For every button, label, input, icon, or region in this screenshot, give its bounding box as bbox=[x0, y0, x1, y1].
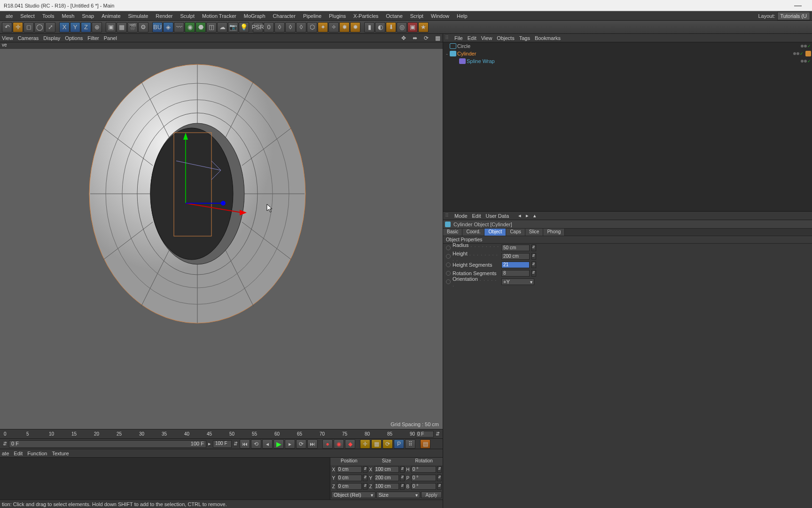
add-nurbs-button[interactable]: ◉ bbox=[185, 22, 195, 32]
rot-h-field[interactable]: 0 ° bbox=[411, 466, 436, 473]
collapse-icon[interactable]: - bbox=[444, 51, 450, 56]
vp-maximize-icon[interactable]: ▦ bbox=[434, 35, 441, 41]
spinner-icon[interactable]: ⇵ bbox=[437, 483, 442, 490]
anim-dot-icon[interactable] bbox=[446, 279, 451, 284]
menu-sculpt[interactable]: Sculpt bbox=[176, 13, 198, 19]
axis-x-button[interactable]: X bbox=[59, 22, 70, 32]
spinner-icon[interactable]: ⇵ bbox=[400, 475, 405, 481]
apply-button[interactable]: Apply bbox=[421, 492, 442, 498]
timeline-window-button[interactable]: ▤ bbox=[420, 439, 430, 449]
menu-mesh[interactable]: Mesh bbox=[58, 13, 78, 19]
move-tool-button[interactable]: ◻ bbox=[23, 22, 34, 32]
tool-i-button[interactable]: ▮ bbox=[364, 22, 375, 32]
vp-menu-display[interactable]: Display bbox=[43, 35, 60, 41]
mat-menu-texture[interactable]: Texture bbox=[52, 451, 69, 456]
menu-create[interactable]: ate bbox=[2, 13, 16, 19]
live-select-button[interactable]: ✛ bbox=[13, 22, 23, 32]
tool-l-button[interactable]: ◎ bbox=[397, 22, 407, 32]
axis-z-button[interactable]: Z bbox=[81, 22, 91, 32]
pos-z-field[interactable]: 0 cm bbox=[337, 483, 362, 490]
spinner-icon[interactable]: ▸ bbox=[207, 440, 212, 448]
spinner-icon[interactable]: ⇵ bbox=[531, 253, 536, 260]
menu-xparticles[interactable]: X-Particles bbox=[350, 13, 382, 19]
render-view-button[interactable]: ▣ bbox=[106, 22, 116, 32]
vp-orbit-icon[interactable]: ⟳ bbox=[423, 35, 429, 41]
om-menu-edit[interactable]: Edit bbox=[468, 35, 476, 41]
menu-window[interactable]: Window bbox=[427, 13, 453, 19]
vp-menu-options[interactable]: Options bbox=[65, 35, 83, 41]
tool-c-button[interactable]: ◊ bbox=[296, 22, 306, 32]
timeline-end-field[interactable]: 0 F bbox=[416, 431, 434, 437]
snap-zero-button[interactable]: 0 bbox=[264, 22, 274, 32]
om-menu-view[interactable]: View bbox=[481, 35, 492, 41]
prev-frame-button[interactable]: ◂ bbox=[262, 439, 273, 449]
tab-caps[interactable]: Caps bbox=[506, 229, 525, 236]
tree-item-label[interactable]: Spline Wrap bbox=[467, 58, 495, 64]
timeline-ruler[interactable]: 0 5 10 15 20 25 30 35 40 45 50 55 60 65 … bbox=[0, 429, 443, 438]
spinner-icon[interactable]: ⇵ bbox=[437, 475, 442, 481]
key-pos-button[interactable]: ✛ bbox=[360, 439, 370, 449]
tab-basic[interactable]: Basic bbox=[443, 229, 462, 236]
menu-octane[interactable]: Octane bbox=[382, 13, 406, 19]
add-environment-button[interactable]: ☁ bbox=[217, 22, 227, 32]
spinner-icon[interactable]: ⇵ bbox=[531, 262, 536, 268]
tree-row-circle[interactable]: Circle ✓ bbox=[443, 42, 812, 50]
add-generator-button[interactable]: ⬣ bbox=[195, 22, 206, 32]
om-menu-bookmarks[interactable]: Bookmarks bbox=[535, 35, 561, 41]
timeline-end-field2[interactable]: 100 F bbox=[213, 440, 232, 448]
am-menu-mode[interactable]: Mode bbox=[454, 213, 468, 219]
tool-b-button[interactable]: ◊ bbox=[285, 22, 296, 32]
spinner-icon[interactable]: ⇵ bbox=[531, 270, 536, 277]
undo-button[interactable]: ↶ bbox=[2, 22, 12, 32]
key-pla-button[interactable]: ⠿ bbox=[405, 439, 415, 449]
rot-b-field[interactable]: 0 ° bbox=[411, 483, 436, 490]
height-segments-field[interactable]: 21 bbox=[501, 262, 530, 268]
add-camera-button[interactable]: 📷 bbox=[228, 22, 238, 32]
record-button[interactable]: ● bbox=[322, 439, 333, 449]
rot-p-field[interactable]: 0 ° bbox=[411, 475, 436, 481]
spinner-icon[interactable]: ⇵ bbox=[400, 466, 405, 473]
spinner-icon[interactable]: ⇵ bbox=[363, 475, 367, 481]
timeline-start-field[interactable]: 0 F100 F bbox=[9, 440, 206, 448]
spinner-icon[interactable]: ⇵ bbox=[437, 466, 442, 473]
size-mode-dropdown[interactable]: Size▾ bbox=[376, 492, 421, 498]
om-menu-tags[interactable]: Tags bbox=[519, 35, 530, 41]
nav-back-icon[interactable]: ◂ bbox=[518, 213, 521, 219]
material-area[interactable] bbox=[0, 458, 330, 500]
spinner-icon[interactable]: ⇵ bbox=[363, 483, 367, 490]
add-light-button[interactable]: 💡 bbox=[239, 22, 249, 32]
render-pv-button[interactable]: 🎬 bbox=[127, 22, 138, 32]
tool-m-button[interactable]: ▣ bbox=[407, 22, 418, 32]
vp-zoom-icon[interactable]: ⬌ bbox=[412, 35, 418, 41]
menu-help[interactable]: Help bbox=[453, 13, 471, 19]
keyframe-button[interactable]: ◆ bbox=[345, 439, 355, 449]
tool-n-button[interactable]: ★ bbox=[418, 22, 429, 32]
tab-slice[interactable]: Slice bbox=[525, 229, 544, 236]
key-rot-button[interactable]: ⟳ bbox=[383, 439, 393, 449]
om-menu-file[interactable]: File bbox=[454, 35, 463, 41]
tool-j-button[interactable]: ◐ bbox=[375, 22, 385, 32]
add-cube-button[interactable]: ◈ bbox=[163, 22, 173, 32]
prev-key-button[interactable]: ⟲ bbox=[251, 439, 261, 449]
menu-tools[interactable]: Tools bbox=[39, 13, 58, 19]
next-frame-button[interactable]: ▸ bbox=[285, 439, 295, 449]
visibility-toggle[interactable]: ✓ bbox=[801, 59, 811, 64]
mat-menu-function[interactable]: Function bbox=[27, 451, 47, 456]
menu-character[interactable]: Character bbox=[269, 13, 299, 19]
tool-a-button[interactable]: ◊ bbox=[274, 22, 285, 32]
goto-start-button[interactable]: ⏮ bbox=[240, 439, 250, 449]
size-y-field[interactable]: 200 cm bbox=[374, 475, 399, 481]
menu-simulate[interactable]: Simulate bbox=[125, 13, 152, 19]
layout-dropdown[interactable]: Tutorials (U bbox=[777, 12, 810, 20]
spinner-icon[interactable]: ⇵ bbox=[233, 440, 239, 448]
mat-menu-create[interactable]: ate bbox=[2, 451, 9, 456]
anim-dot-icon[interactable] bbox=[446, 262, 451, 267]
add-spline-button[interactable]: 〰 bbox=[174, 22, 184, 32]
spinner-icon[interactable]: ⇵ bbox=[363, 466, 367, 473]
menu-mograph[interactable]: MoGraph bbox=[240, 13, 269, 19]
menu-animate[interactable]: Animate bbox=[98, 13, 124, 19]
mat-menu-edit[interactable]: Edit bbox=[14, 451, 23, 456]
phong-tag-icon[interactable] bbox=[805, 51, 811, 56]
add-deformer-button[interactable]: ◫ bbox=[206, 22, 217, 32]
render-settings-button[interactable]: ⚙ bbox=[138, 22, 148, 32]
